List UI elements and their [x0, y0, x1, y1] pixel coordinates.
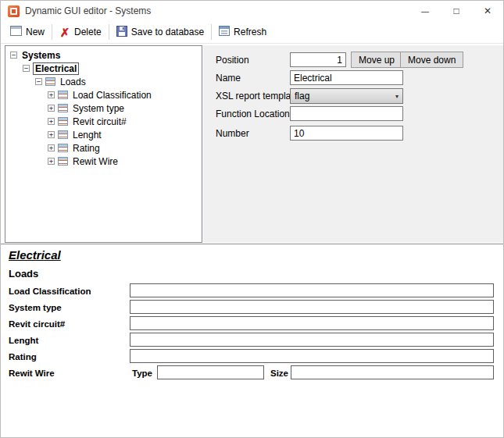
table-icon: [58, 91, 68, 99]
new-button[interactable]: New: [5, 23, 50, 41]
expand-toggle-icon[interactable]: [48, 105, 55, 112]
wire-size-label: Size: [270, 369, 288, 378]
save-to-database-button[interactable]: Save to database: [111, 23, 209, 41]
expand-toggle-icon[interactable]: [48, 118, 55, 125]
tree-node-label[interactable]: Load Classification: [71, 90, 153, 101]
position-label: Position: [216, 55, 249, 66]
preview-field-label: System type: [9, 303, 62, 312]
collapse-toggle-icon[interactable]: [35, 78, 42, 85]
new-button-label: New: [26, 27, 45, 37]
toolbar: New Delete Save to database Refresh: [1, 21, 504, 44]
refresh-button-label: Refresh: [234, 27, 266, 37]
toolbar-separator: [109, 24, 109, 40]
tree-node-label[interactable]: Rating: [71, 143, 102, 154]
number-label: Number: [216, 128, 249, 139]
function-location-input[interactable]: [290, 106, 403, 121]
window-controls: [409, 1, 503, 21]
tree-node-rewit-wire[interactable]: Rewit Wire: [5, 155, 202, 168]
form-preview-panel: Electrical Loads Load Classification Sys…: [1, 244, 504, 438]
collapse-toggle-icon[interactable]: [23, 65, 30, 72]
collapse-toggle-icon[interactable]: [10, 52, 17, 59]
position-input[interactable]: [290, 52, 346, 67]
refresh-icon: [219, 26, 230, 38]
toolbar-separator: [211, 24, 212, 40]
wire-size-input[interactable]: [291, 365, 494, 379]
preview-field-label: Load Classification: [9, 287, 91, 296]
expand-toggle-icon[interactable]: [48, 158, 55, 165]
number-input[interactable]: [290, 126, 403, 141]
delete-button[interactable]: Delete: [54, 24, 107, 40]
preview-field-label: Lenght: [9, 336, 38, 345]
tree-node-label[interactable]: Systems: [20, 50, 62, 61]
properties-panel: Position Move up Move down Name XSL repo…: [203, 45, 504, 243]
refresh-button[interactable]: Refresh: [213, 23, 272, 41]
move-down-button[interactable]: Move down: [400, 52, 463, 68]
rating-input[interactable]: [130, 349, 494, 363]
title-bar: Dynamic GUI editor - Systems: [1, 1, 504, 21]
lenght-input[interactable]: [130, 333, 494, 347]
save-button-label: Save to database: [131, 27, 204, 37]
preview-group-label: Loads: [9, 268, 38, 280]
app-window: Dynamic GUI editor - Systems New Delete …: [0, 0, 504, 438]
save-icon: [116, 26, 127, 39]
tree-node-rating[interactable]: Rating: [5, 141, 202, 155]
close-button[interactable]: [472, 1, 503, 21]
expand-toggle-icon[interactable]: [48, 131, 55, 138]
chevron-down-icon: [395, 93, 399, 100]
tree-node-label-selected[interactable]: Electrical: [33, 62, 79, 75]
tree-node-electrical[interactable]: Electrical: [5, 62, 202, 75]
delete-icon: [59, 27, 70, 37]
table-icon: [58, 157, 68, 166]
tree-node-lenght[interactable]: Lenght: [5, 128, 202, 141]
table-icon: [45, 77, 55, 86]
systems-tree-panel: Systems Electrical Loads Load Classifica…: [5, 45, 202, 243]
xsl-template-select[interactable]: flag: [290, 88, 403, 104]
expand-toggle-icon[interactable]: [48, 91, 55, 98]
expand-toggle-icon[interactable]: [48, 144, 55, 151]
new-icon: [10, 26, 22, 38]
toolbar-separator: [52, 24, 52, 40]
table-icon: [58, 117, 68, 126]
table-icon: [58, 144, 68, 152]
function-location-label: Function Location: [216, 109, 290, 119]
move-up-button[interactable]: Move up: [351, 52, 402, 68]
preview-title: Electrical: [9, 248, 61, 262]
tree-node-load-classification[interactable]: Load Classification: [5, 88, 202, 101]
table-icon: [58, 130, 68, 139]
xsl-template-label: XSL report template: [216, 91, 298, 101]
maximize-button[interactable]: [441, 1, 472, 21]
revit-circuit-input[interactable]: [130, 316, 494, 330]
app-icon: [8, 5, 20, 17]
delete-button-label: Delete: [74, 27, 102, 37]
wire-type-input[interactable]: [157, 365, 264, 379]
tree-node-loads[interactable]: Loads: [5, 75, 202, 88]
tree-node-label[interactable]: Loads: [59, 77, 88, 87]
tree-node-label[interactable]: Revit circuit#: [71, 116, 128, 127]
name-label: Name: [216, 73, 241, 84]
tree-node-revit-circuit[interactable]: Revit circuit#: [5, 115, 202, 128]
xsl-template-selected-value: flag: [295, 91, 309, 101]
load-classification-input[interactable]: [130, 283, 494, 297]
name-input[interactable]: [290, 70, 403, 85]
table-icon: [58, 104, 68, 112]
tree-node-label[interactable]: System type: [71, 103, 126, 114]
minimize-button[interactable]: [409, 1, 441, 21]
tree-node-systems[interactable]: Systems: [5, 48, 202, 62]
preview-field-label: Rating: [9, 352, 37, 361]
window-title: Dynamic GUI editor - Systems: [25, 5, 151, 16]
wire-type-label: Type: [132, 369, 152, 378]
tree-node-label[interactable]: Rewit Wire: [71, 156, 120, 167]
system-type-input[interactable]: [130, 300, 494, 314]
tree-node-label[interactable]: Lenght: [71, 130, 103, 141]
preview-field-label: Rewit Wire: [9, 369, 55, 378]
preview-field-label: Revit circuit#: [9, 319, 65, 329]
tree-node-system-type[interactable]: System type: [5, 101, 202, 115]
